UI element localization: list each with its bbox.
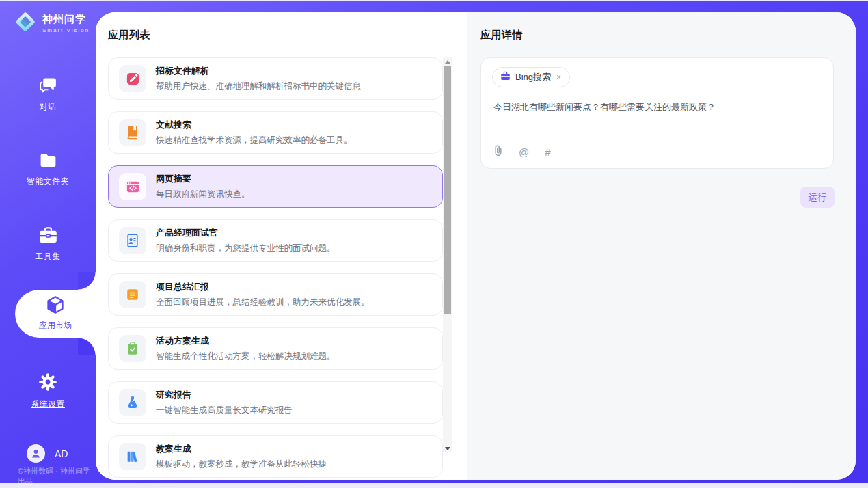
sidebar: 神州问学 Smart Vision 对话 智能文件夹 <box>0 1 96 483</box>
chip-close-icon[interactable]: × <box>556 72 562 82</box>
diamond-logo-icon <box>12 9 38 38</box>
sidebar-item-label: 对话 <box>40 101 57 113</box>
gear-icon <box>38 372 57 394</box>
app-list-title: 应用列表 <box>108 29 150 42</box>
app-card-description: 帮助用户快速、准确地理解和解析招标书中的关键信息 <box>156 81 361 92</box>
user-account[interactable]: AD <box>27 444 68 463</box>
brand-logo: 神州问学 Smart Vision <box>12 9 90 38</box>
app-card-name: 研究报告 <box>156 389 293 401</box>
app-list-panel: 应用列表 招标文件解析 帮助用户快速、准确地理解和解析招标书中的关键信息 文献搜… <box>96 12 467 480</box>
list-scrollbar[interactable] <box>443 57 452 452</box>
paperclip-icon[interactable] <box>493 145 503 159</box>
sidebar-item-label: 应用市场 <box>39 320 72 331</box>
app-background: 神州问学 Smart Vision 对话 智能文件夹 <box>0 1 868 483</box>
app-card[interactable]: 教案生成 模板驱动，教案秒成，教学准备从此轻松快捷 <box>108 435 443 478</box>
run-button[interactable]: 运行 <box>800 187 835 208</box>
edit-icon <box>119 65 146 92</box>
clipboard-check-icon <box>119 335 146 362</box>
scrollbar-up-button[interactable] <box>443 57 452 66</box>
app-card-name: 网页摘要 <box>156 173 250 185</box>
attachment-toolbar: @ # <box>493 145 551 159</box>
app-card-description: 全面回顾项目进展，总结经验教训，助力未来优化发展。 <box>156 297 370 308</box>
chat-icon <box>39 77 57 96</box>
note-icon <box>119 281 146 308</box>
sidebar-item-toolset[interactable]: 工具集 <box>0 226 96 262</box>
app-card-description: 明确身份和职责，为您提供专业性的面试问题。 <box>156 243 336 254</box>
app-card-description: 一键智能生成高质量长文本研究报告 <box>156 405 293 416</box>
app-card-description: 快速精准查找学术资源，提高研究效率的必备工具。 <box>156 135 353 146</box>
avatar <box>27 444 45 463</box>
tool-chip-label: Bing搜索 <box>515 71 551 83</box>
brand-name: 神州问学 <box>42 13 90 26</box>
mention-icon[interactable]: @ <box>519 147 529 157</box>
app-card[interactable]: 研究报告 一键智能生成高质量长文本研究报告 <box>108 381 443 424</box>
app-card-description: 模板驱动，教案秒成，教学准备从此轻松快捷 <box>156 459 327 470</box>
app-detail-panel: 应用详情 Bing搜索 × 今日湖北有哪些新闻要点？有哪些需要关注的最新政策？ <box>467 12 856 480</box>
briefcase-icon <box>500 71 511 83</box>
folder-icon <box>39 152 57 171</box>
app-card-name: 产品经理面试官 <box>156 227 336 239</box>
user-name: AD <box>55 448 68 459</box>
sidebar-item-smart-folder[interactable]: 智能文件夹 <box>0 152 96 187</box>
prompt-text[interactable]: 今日湖北有哪些新闻要点？有哪些需要关注的最新政策？ <box>493 101 815 113</box>
app-card[interactable]: 招标文件解析 帮助用户快速、准确地理解和解析招标书中的关键信息 <box>108 57 443 100</box>
scrollbar-down-button[interactable] <box>443 444 452 452</box>
app-card[interactable]: 网页摘要 每日政府新闻资讯快查。 <box>108 165 443 208</box>
sidebar-item-label: 工具集 <box>35 251 61 262</box>
book-icon <box>119 119 146 146</box>
copyright-text: ©神州数码 · 神州问学出品 <box>18 466 96 487</box>
tool-chip-bing-search[interactable]: Bing搜索 × <box>492 67 570 87</box>
interviewer-icon <box>119 227 146 254</box>
research-icon <box>119 389 146 416</box>
prompt-input-card[interactable]: Bing搜索 × 今日湖北有哪些新闻要点？有哪些需要关注的最新政策？ @ # <box>480 57 834 169</box>
cube-icon <box>46 295 65 316</box>
app-card-list: 招标文件解析 帮助用户快速、准确地理解和解析招标书中的关键信息 文献搜索 快速精… <box>108 57 443 480</box>
app-card[interactable]: 项目总结汇报 全面回顾项目进展，总结经验教训，助力未来优化发展。 <box>108 273 443 316</box>
app-card-description: 智能生成个性化活动方案，轻松解决规划难题。 <box>156 351 336 362</box>
brand-tagline: Smart Vision <box>42 27 90 33</box>
browser-code-icon <box>119 173 146 200</box>
app-card[interactable]: 活动方案生成 智能生成个性化活动方案，轻松解决规划难题。 <box>108 327 443 370</box>
sidebar-item-chat[interactable]: 对话 <box>0 77 96 113</box>
sidebar-item-label: 系统设置 <box>31 398 65 410</box>
app-card-name: 招标文件解析 <box>156 65 361 77</box>
app-card[interactable]: 文献搜索 快速精准查找学术资源，提高研究效率的必备工具。 <box>108 111 443 154</box>
main-content: 应用列表 招标文件解析 帮助用户快速、准确地理解和解析招标书中的关键信息 文献搜… <box>96 12 856 480</box>
app-card-name: 项目总结汇报 <box>156 281 370 293</box>
hashtag-icon[interactable]: # <box>545 147 550 157</box>
books-icon <box>119 443 146 470</box>
app-card[interactable]: 产品经理面试官 明确身份和职责，为您提供专业性的面试问题。 <box>108 219 443 262</box>
sidebar-item-app-market[interactable]: 应用市场 <box>15 290 96 338</box>
app-detail-title: 应用详情 <box>480 29 523 42</box>
app-card-name: 活动方案生成 <box>156 335 336 347</box>
app-card-description: 每日政府新闻资讯快查。 <box>156 189 250 200</box>
sidebar-item-label: 智能文件夹 <box>27 176 70 187</box>
app-card-name: 文献搜索 <box>156 119 353 131</box>
sidebar-item-settings[interactable]: 系统设置 <box>0 372 96 410</box>
toolbox-icon <box>38 226 58 246</box>
scrollbar-thumb[interactable] <box>444 66 451 314</box>
app-card-name: 教案生成 <box>156 443 327 455</box>
